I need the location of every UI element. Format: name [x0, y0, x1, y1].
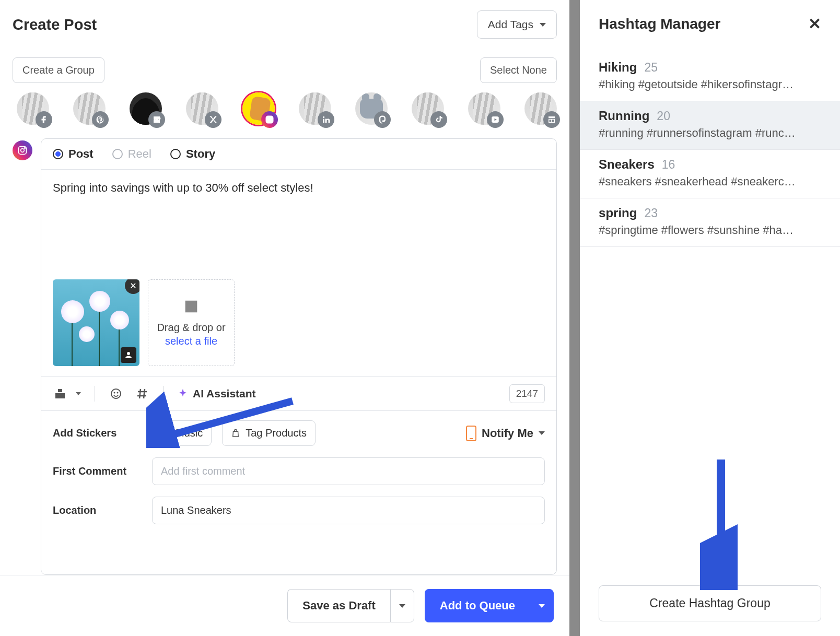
- hashtag-group-item[interactable]: Sneakers16 #sneakers #sneakerhead #sneak…: [580, 150, 840, 198]
- svg-point-9: [114, 392, 115, 394]
- hashtag-group-item[interactable]: Hiking25 #hiking #getoutside #hikersofin…: [580, 53, 840, 101]
- upload-dropzone[interactable]: Drag & drop or select a file: [148, 279, 235, 366]
- caption-text: Spring into savings with up to 30% off s…: [53, 181, 545, 195]
- tab-post[interactable]: Post: [53, 147, 94, 161]
- hashtag-group-list: Hiking25 #hiking #getoutside #hikersofin…: [580, 53, 840, 247]
- unsplash-icon[interactable]: [53, 386, 67, 401]
- tag-products-button[interactable]: Tag Products: [222, 420, 316, 446]
- remove-media-button[interactable]: [125, 279, 139, 294]
- close-button[interactable]: ✕: [808, 15, 821, 33]
- first-comment-input[interactable]: [152, 457, 545, 485]
- tab-reel[interactable]: Reel: [112, 147, 151, 161]
- composer-card: Post Reel Story Spring into savings with…: [41, 138, 557, 575]
- svg-point-1: [268, 118, 271, 121]
- tab-story[interactable]: Story: [170, 147, 215, 161]
- svg-point-10: [117, 392, 119, 394]
- channel-facebook[interactable]: [17, 92, 49, 125]
- select-none-button[interactable]: Select None: [480, 57, 557, 83]
- linkedin-icon: [318, 111, 334, 128]
- caret-down-icon: [540, 23, 546, 27]
- caret-down-icon[interactable]: [76, 392, 81, 395]
- hashtag-group-item[interactable]: spring23 #springtime #flowers #sunshine …: [580, 198, 840, 247]
- tiktok-icon: [430, 111, 447, 128]
- panel-divider: [569, 0, 580, 636]
- radio-icon: [112, 149, 123, 159]
- svg-point-6: [127, 352, 130, 355]
- add-to-queue-caret[interactable]: [530, 589, 554, 622]
- caption-input[interactable]: Spring into savings with up to 30% off s…: [41, 170, 556, 279]
- create-group-button[interactable]: Create a Group: [13, 57, 104, 83]
- facebook-icon: [36, 111, 52, 128]
- channels-row: [13, 92, 557, 125]
- channel-tiktok[interactable]: [412, 92, 444, 125]
- channel-youtube[interactable]: [468, 92, 500, 125]
- svg-point-2: [271, 117, 272, 118]
- channel-x[interactable]: [186, 92, 218, 125]
- caret-down-icon: [539, 431, 545, 435]
- channel-gbp[interactable]: [130, 92, 162, 125]
- channel-instagram[interactable]: [242, 92, 275, 125]
- channel-mastodon[interactable]: [355, 92, 388, 125]
- svg-point-8: [111, 389, 121, 398]
- first-comment-label: First Comment: [53, 465, 142, 477]
- bag-icon: [231, 429, 240, 438]
- character-count: 2147: [509, 384, 545, 403]
- emoji-icon[interactable]: [109, 386, 123, 401]
- x-icon: [205, 111, 221, 128]
- mastodon-icon: [374, 111, 391, 128]
- radio-icon: [170, 149, 181, 159]
- channel-startpage[interactable]: [524, 92, 557, 125]
- channel-linkedin[interactable]: [299, 92, 331, 125]
- post-type-tabs: Post Reel Story: [41, 139, 556, 170]
- annotation-arrow: [700, 454, 742, 590]
- image-icon: [182, 298, 200, 315]
- select-file-link[interactable]: select a file: [165, 335, 217, 347]
- active-channel-chip: [13, 140, 32, 160]
- stickers-label: Add Stickers: [53, 427, 142, 439]
- radio-checked-icon: [53, 149, 63, 159]
- startpage-icon: [543, 111, 560, 128]
- hashtag-group-item[interactable]: Running20 #running #runnersofinstagram #…: [580, 101, 840, 150]
- add-tags-button[interactable]: Add Tags: [477, 10, 557, 39]
- music-icon: [161, 429, 170, 438]
- tag-person-button[interactable]: [121, 347, 136, 363]
- hashtag-manager-title: Hashtag Manager: [599, 16, 720, 32]
- svg-point-5: [25, 148, 26, 149]
- music-button[interactable]: Music: [152, 420, 212, 446]
- add-to-queue-button[interactable]: Add to Queue: [425, 589, 530, 622]
- hashtag-icon[interactable]: [135, 386, 149, 401]
- instagram-icon: [261, 111, 278, 128]
- storefront-icon: [148, 111, 165, 128]
- pinterest-icon: [92, 111, 109, 128]
- notify-me-toggle[interactable]: Notify Me: [466, 426, 545, 441]
- sparkle-icon: [177, 388, 189, 399]
- youtube-icon: [487, 111, 504, 128]
- svg-point-7: [188, 303, 191, 306]
- location-input[interactable]: [152, 497, 545, 524]
- svg-point-4: [21, 149, 25, 152]
- create-hashtag-group-button[interactable]: Create Hashtag Group: [599, 585, 821, 621]
- add-tags-label: Add Tags: [488, 18, 533, 31]
- save-draft-button[interactable]: Save as Draft: [287, 589, 390, 622]
- media-thumbnail[interactable]: [53, 279, 139, 366]
- save-draft-caret[interactable]: [390, 589, 414, 622]
- page-title: Create Post: [13, 16, 97, 33]
- ai-assistant-button[interactable]: AI Assistant: [177, 387, 256, 400]
- phone-icon: [466, 426, 476, 441]
- channel-pinterest[interactable]: [73, 92, 106, 125]
- upload-text: Drag & drop or select a file: [154, 321, 229, 348]
- location-label: Location: [53, 504, 142, 516]
